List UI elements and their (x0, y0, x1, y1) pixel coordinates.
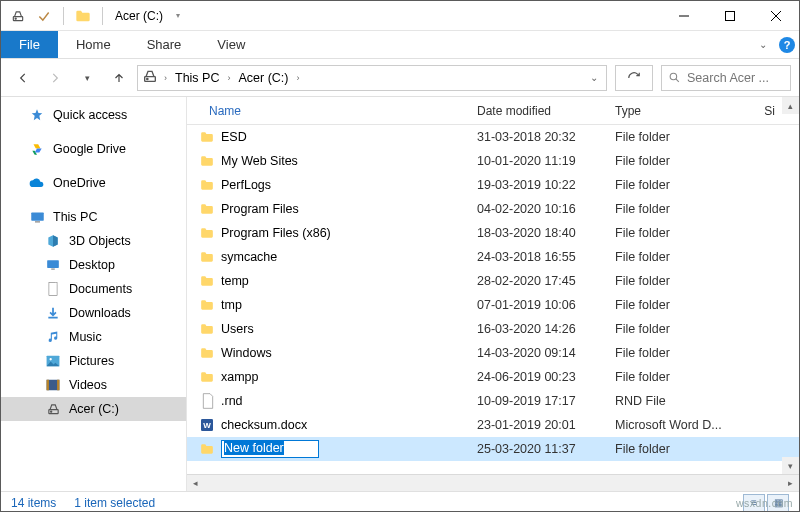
tab-home[interactable]: Home (58, 31, 129, 58)
file-name: temp (221, 274, 477, 288)
column-type[interactable]: Type (615, 104, 737, 118)
file-row[interactable]: .rnd10-09-2019 17:17RND File (187, 389, 799, 413)
file-row[interactable]: Wchecksum.docx23-01-2019 20:01Microsoft … (187, 413, 799, 437)
refresh-button[interactable] (615, 65, 653, 91)
file-type: File folder (615, 298, 737, 312)
horizontal-scrollbar[interactable]: ◂ ▸ (187, 474, 799, 491)
file-date: 28-02-2020 17:45 (477, 274, 615, 288)
file-row[interactable]: ESD31-03-2018 20:32File folder (187, 125, 799, 149)
svg-point-21 (50, 411, 51, 412)
breadcrumb-thispc[interactable]: This PC (173, 71, 221, 85)
file-date: 18-03-2020 18:40 (477, 226, 615, 240)
column-headers: Name Date modified Type Si (187, 97, 799, 125)
address-bar[interactable]: › This PC › Acer (C:) › ⌄ (137, 65, 607, 91)
address-dropdown-icon[interactable]: ⌄ (586, 72, 602, 83)
star-icon (29, 107, 45, 123)
file-row[interactable]: symcache24-03-2018 16:55File folder (187, 245, 799, 269)
column-date[interactable]: Date modified (477, 104, 615, 118)
scroll-left-icon[interactable]: ◂ (187, 475, 204, 492)
sidebar-item-videos[interactable]: Videos (1, 373, 186, 397)
sidebar-item-google-drive[interactable]: Google Drive (1, 137, 186, 161)
back-button[interactable] (9, 65, 37, 91)
tab-share[interactable]: Share (129, 31, 200, 58)
folder-icon (187, 274, 221, 288)
watermark: wsxdn.com (736, 497, 793, 509)
file-row[interactable]: tmp07-01-2019 10:06File folder (187, 293, 799, 317)
minimize-button[interactable] (661, 1, 707, 31)
scroll-down-icon[interactable]: ▾ (782, 457, 799, 474)
tab-view[interactable]: View (199, 31, 263, 58)
column-name[interactable]: Name (187, 104, 477, 118)
sidebar-item-thispc[interactable]: This PC (1, 205, 186, 229)
file-date: 07-01-2019 10:06 (477, 298, 615, 312)
file-row[interactable]: My Web Sites10-01-2020 11:19File folder (187, 149, 799, 173)
forward-button[interactable] (41, 65, 69, 91)
file-name: ESD (221, 130, 477, 144)
svg-rect-11 (35, 221, 40, 222)
qat-dropdown-icon[interactable]: ▾ (167, 5, 189, 27)
up-button[interactable] (105, 65, 133, 91)
chevron-right-icon[interactable]: › (292, 73, 303, 83)
expand-ribbon-icon[interactable]: ⌄ (751, 31, 775, 58)
svg-rect-3 (726, 11, 735, 20)
file-list-pane: Name Date modified Type Si ▴ ESD31-03-20… (187, 97, 799, 491)
file-name: Program Files (x86) (221, 226, 477, 240)
maximize-button[interactable] (707, 1, 753, 31)
search-input[interactable]: Search Acer ... (661, 65, 791, 91)
sidebar-item-3d-objects[interactable]: 3D Objects (1, 229, 186, 253)
drive-icon[interactable] (7, 5, 29, 27)
file-row[interactable]: Users16-03-2020 14:26File folder (187, 317, 799, 341)
file-row[interactable]: xampp24-06-2019 00:23File folder (187, 365, 799, 389)
svg-rect-12 (47, 260, 59, 268)
sidebar-item-desktop[interactable]: Desktop (1, 253, 186, 277)
folder-icon (187, 442, 221, 456)
status-selection: 1 item selected (74, 496, 155, 510)
help-button[interactable]: ? (775, 31, 799, 58)
3dobjects-icon (45, 233, 61, 249)
word-icon: W (187, 417, 221, 433)
file-row-new[interactable]: New folder25-03-2020 11:37File folder (187, 437, 799, 461)
properties-icon[interactable] (33, 5, 55, 27)
file-name: Program Files (221, 202, 477, 216)
quick-access-toolbar: Acer (C:) ▾ (1, 5, 195, 27)
file-type: File folder (615, 202, 737, 216)
sidebar-item-quick-access[interactable]: Quick access (1, 103, 186, 127)
navigation-bar: ▾ › This PC › Acer (C:) › ⌄ Search Acer … (1, 59, 799, 97)
file-row[interactable]: Program Files04-02-2020 10:16File folder (187, 197, 799, 221)
file-row[interactable]: temp28-02-2020 17:45File folder (187, 269, 799, 293)
file-row[interactable]: PerfLogs19-03-2019 10:22File folder (187, 173, 799, 197)
folder-icon (187, 346, 221, 360)
sidebar-item-downloads[interactable]: Downloads (1, 301, 186, 325)
chevron-right-icon[interactable]: › (160, 73, 171, 83)
status-item-count: 14 items (11, 496, 56, 510)
svg-rect-13 (51, 269, 55, 270)
rename-input[interactable]: New folder (221, 440, 319, 458)
file-type: File folder (615, 442, 737, 456)
file-name: PerfLogs (221, 178, 477, 192)
file-name: New folder (221, 440, 477, 458)
folder-icon (187, 130, 221, 144)
window-title: Acer (C:) (115, 9, 163, 23)
tab-file[interactable]: File (1, 31, 58, 58)
sidebar-item-pictures[interactable]: Pictures (1, 349, 186, 373)
file-row[interactable]: Program Files (x86)18-03-2020 18:40File … (187, 221, 799, 245)
close-button[interactable] (753, 1, 799, 31)
file-name: symcache (221, 250, 477, 264)
file-name: tmp (221, 298, 477, 312)
sidebar-item-acer-c[interactable]: Acer (C:) (1, 397, 186, 421)
file-date: 25-03-2020 11:37 (477, 442, 615, 456)
scroll-right-icon[interactable]: ▸ (782, 475, 799, 492)
pictures-icon (45, 353, 61, 369)
videos-icon (45, 377, 61, 393)
sidebar-item-music[interactable]: Music (1, 325, 186, 349)
scroll-up-icon[interactable]: ▴ (782, 97, 799, 114)
file-icon (187, 393, 221, 409)
sidebar-item-onedrive[interactable]: OneDrive (1, 171, 186, 195)
sidebar-item-documents[interactable]: Documents (1, 277, 186, 301)
navigation-pane[interactable]: Quick access Google Drive OneDrive This … (1, 97, 187, 491)
file-row[interactable]: Windows14-03-2020 09:14File folder (187, 341, 799, 365)
breadcrumb-drive[interactable]: Acer (C:) (236, 71, 290, 85)
chevron-right-icon[interactable]: › (223, 73, 234, 83)
recent-locations-icon[interactable]: ▾ (73, 65, 101, 91)
file-date: 16-03-2020 14:26 (477, 322, 615, 336)
